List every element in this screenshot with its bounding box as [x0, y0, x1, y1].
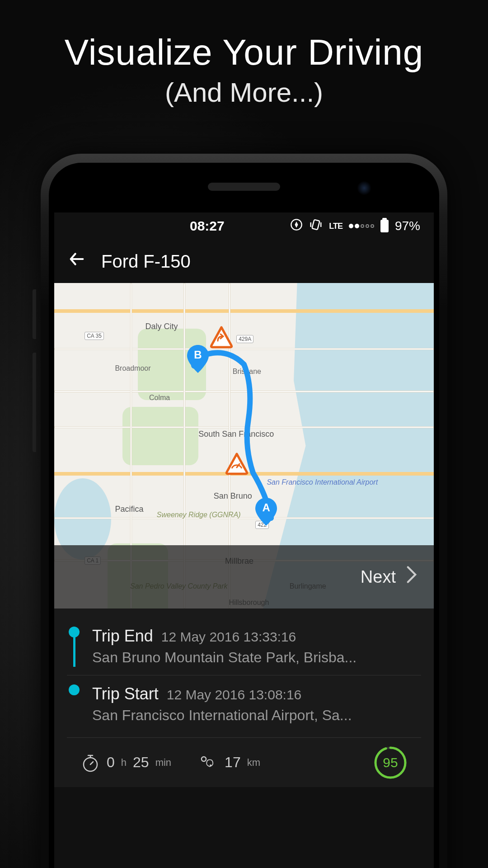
trip-score[interactable]: 95 — [373, 745, 408, 780]
compass-icon — [290, 218, 303, 234]
map-label-airport: San Francisco International Airport — [267, 478, 330, 486]
trip-end-label: Trip End — [92, 627, 153, 646]
trip-map[interactable]: Daly City Broadmoor Colma Brisbane South… — [54, 283, 434, 609]
chevron-right-icon — [405, 565, 418, 589]
event-marker-speed-icon[interactable] — [225, 452, 249, 476]
phone-frame: 08:27 LTE 97% Ford F-150 — [41, 154, 447, 868]
page-title: Ford F-150 — [101, 251, 191, 272]
svg-point-8 — [210, 764, 211, 766]
trip-end-timestamp: 12 May 2016 13:33:16 — [161, 629, 296, 645]
map-label-sweeney: Sweeney Ridge (GGNRA) — [157, 511, 193, 519]
svg-line-4 — [90, 762, 93, 764]
map-label-broadmoor: Broadmoor — [115, 364, 150, 373]
phone-speaker — [208, 183, 280, 191]
promo-title: Visualize Your Driving — [0, 32, 488, 73]
battery-percent: 97% — [395, 219, 420, 233]
trip-start-location: San Francisco International Airport, Sa.… — [92, 707, 421, 724]
phone-volume-button — [33, 353, 36, 452]
signal-strength-icon — [349, 224, 374, 228]
map-label-colma: Colma — [149, 394, 170, 402]
map-label-san-bruno: San Bruno — [214, 491, 252, 501]
trip-start-label: Trip Start — [92, 684, 159, 703]
trip-end-location: San Bruno Mountain State Park, Brisba... — [92, 649, 421, 666]
trip-start-row[interactable]: Trip Start 12 May 2016 13:08:16 San Fran… — [67, 675, 421, 733]
phone-camera — [357, 181, 371, 195]
next-label: Next — [361, 567, 396, 587]
app-screen: 08:27 LTE 97% Ford F-150 — [54, 212, 434, 868]
stats-bar: 0 h 25 min 17 km — [67, 737, 421, 787]
trip-list: Trip End 12 May 2016 13:33:16 San Bruno … — [54, 609, 434, 787]
timeline-dot-icon — [69, 627, 80, 637]
svg-point-7 — [202, 757, 206, 761]
trip-end-row[interactable]: Trip End 12 May 2016 13:33:16 San Bruno … — [67, 618, 421, 675]
event-marker-turn-icon[interactable] — [210, 326, 233, 349]
duration-stat: 0 h 25 min — [80, 753, 171, 773]
vibrate-icon — [309, 218, 323, 235]
promo-subtitle: (And More...) — [0, 77, 488, 108]
map-pin-a[interactable]: A — [255, 498, 277, 526]
battery-icon — [380, 220, 389, 232]
map-label-ssf: South San Francisco — [198, 429, 239, 439]
app-header: Ford F-150 — [54, 240, 434, 283]
trip-start-timestamp: 12 May 2016 13:08:16 — [167, 687, 302, 703]
status-bar: 08:27 LTE 97% — [54, 212, 434, 240]
phone-side-button — [33, 289, 36, 339]
map-label-brisbane: Brisbane — [233, 368, 261, 376]
map-label-pacifica: Pacifica — [115, 505, 143, 514]
stopwatch-icon — [80, 753, 100, 773]
map-label-daly-city: Daly City — [145, 322, 178, 331]
distance-stat: 17 km — [198, 753, 260, 773]
route-icon — [198, 753, 218, 773]
status-time: 08:27 — [190, 218, 225, 234]
timeline-dot-icon — [69, 684, 80, 695]
back-button[interactable] — [68, 250, 86, 273]
map-pin-b[interactable]: B — [187, 345, 209, 373]
network-type: LTE — [329, 222, 343, 231]
next-button[interactable]: Next — [54, 545, 434, 609]
svg-rect-1 — [312, 219, 320, 230]
score-value: 95 — [373, 745, 408, 780]
